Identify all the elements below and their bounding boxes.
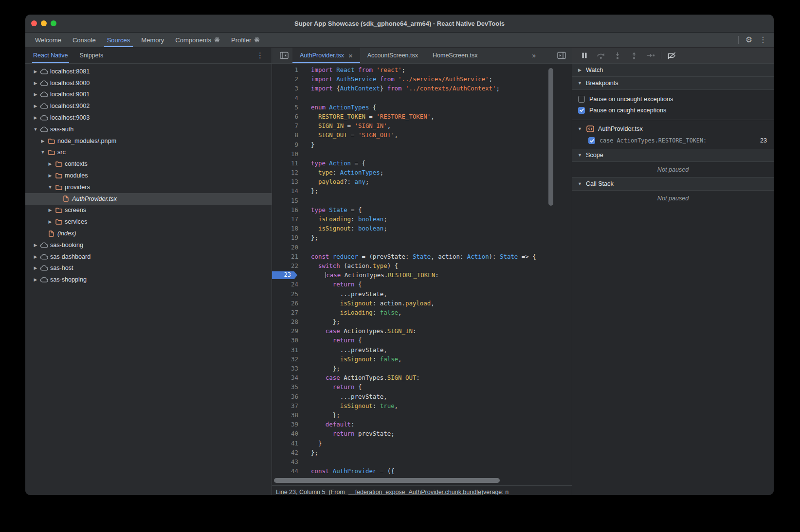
code-line[interactable]: 3import {AuthContext} from '../contexts/…	[272, 84, 572, 93]
tree-item-sas-shopping[interactable]: ▶sas-shopping	[25, 274, 272, 285]
code-line[interactable]: 11type Action = {	[272, 159, 572, 168]
code-line[interactable]: 27 isLoading: false,	[272, 308, 572, 317]
tree-item-localhost-9001[interactable]: ▶localhost:9001	[25, 89, 272, 101]
step-button[interactable]	[644, 50, 657, 61]
main-tab-memory[interactable]: Memory	[137, 33, 168, 47]
chevron-right-icon[interactable]: ▶	[32, 254, 39, 259]
line-number[interactable]: 31	[272, 345, 305, 355]
line-number[interactable]: 10	[272, 149, 305, 159]
tree-item--index-[interactable]: (index)	[25, 228, 272, 239]
code-line[interactable]: 4	[272, 93, 572, 103]
step-over-button[interactable]	[595, 50, 607, 61]
code-line[interactable]: 2import AuthService from '../services/Au…	[272, 74, 572, 84]
code-line[interactable]: 34 case ActionTypes.SIGN_OUT:	[272, 373, 572, 382]
scope-section-header[interactable]: ▼ Scope	[572, 149, 774, 162]
code-line[interactable]: 19};	[272, 233, 572, 242]
code-editor[interactable]: 1import React from 'react';2import AuthS…	[272, 64, 572, 477]
line-number[interactable]: 2	[272, 74, 305, 84]
code-line[interactable]: 5enum ActionTypes {	[272, 103, 572, 112]
code-line[interactable]: 44const AuthProvider = ({	[272, 466, 572, 476]
settings-gear-icon[interactable]: ⚙	[745, 36, 752, 44]
pause-caught-checkbox[interactable]	[578, 107, 585, 114]
code-line[interactable]: 40 return prevState;	[272, 429, 572, 438]
line-number[interactable]: 26	[272, 299, 305, 308]
line-number[interactable]: 19	[272, 233, 305, 242]
line-number[interactable]: 33	[272, 364, 305, 373]
code-line[interactable]: 15	[272, 196, 572, 205]
code-line[interactable]: 10	[272, 149, 572, 159]
code-line[interactable]: 13 payload?: any;	[272, 177, 572, 186]
more-tabs-chevron[interactable]: »	[532, 48, 553, 63]
tree-item-localhost-9003[interactable]: ▶localhost:9003	[25, 112, 272, 124]
tree-item-services[interactable]: ▶services	[25, 216, 272, 228]
watch-section-header[interactable]: ▶ Watch	[572, 64, 774, 77]
pause-uncaught-exceptions-row[interactable]: Pause on uncaught exceptions	[572, 93, 774, 105]
close-window-button[interactable]	[31, 20, 37, 26]
code-line[interactable]: 20	[272, 243, 572, 252]
chevron-down-icon[interactable]: ▼	[39, 150, 46, 155]
code-line[interactable]: 32 isSignout: false,	[272, 355, 572, 364]
tree-item-sas-auth[interactable]: ▼sas-auth	[25, 124, 272, 135]
toggle-debugger-sidebar-icon[interactable]	[553, 48, 572, 63]
code-line[interactable]: 7 SIGN_IN = 'SIGN_IN',	[272, 121, 572, 130]
tree-item-node-modules-pnpm[interactable]: ▶node_modules/.pnpm	[25, 135, 272, 147]
code-line[interactable]: 22 switch (action.type) {	[272, 261, 572, 270]
code-line[interactable]: 12 type: ActionTypes;	[272, 168, 572, 177]
code-line[interactable]: 33 };	[272, 364, 572, 373]
execution-line-marker[interactable]: 23	[272, 271, 297, 280]
tree-item-localhost-9000[interactable]: ▶localhost:9000	[25, 77, 272, 89]
tree-item-sas-dashboard[interactable]: ▶sas-dashboard	[25, 251, 272, 263]
code-line[interactable]: 29 case ActionTypes.SIGN_IN:	[272, 326, 572, 336]
line-number[interactable]: 15	[272, 196, 305, 205]
line-number[interactable]: 9	[272, 140, 305, 149]
source-bundle-link[interactable]: __federation_expose_AuthProvider.chunk.b…	[348, 489, 481, 495]
navigator-kebab-menu-icon[interactable]: ⋮	[256, 48, 272, 63]
tree-item-localhost-9002[interactable]: ▶localhost:9002	[25, 100, 272, 112]
code-line[interactable]: 17 isLoading: boolean;	[272, 214, 572, 224]
chevron-right-icon[interactable]: ▶	[47, 161, 54, 166]
callstack-section-header[interactable]: ▼ Call Stack	[572, 177, 774, 191]
chevron-down-icon[interactable]: ▼	[32, 127, 39, 132]
main-tab-console[interactable]: Console	[69, 33, 100, 47]
code-line[interactable]: 24 return {	[272, 280, 572, 289]
line-number[interactable]: 11	[272, 159, 305, 168]
code-line[interactable]: 14};	[272, 186, 572, 195]
code-line[interactable]: 42};	[272, 448, 572, 457]
code-line[interactable]: 41 }	[272, 439, 572, 448]
code-line[interactable]: 38 };	[272, 410, 572, 420]
code-line[interactable]: 26 isSignout: action.payload,	[272, 299, 572, 308]
tree-item-sas-booking[interactable]: ▶sas-booking	[25, 239, 272, 251]
line-number[interactable]: 4	[272, 93, 305, 103]
line-number[interactable]: 20	[272, 243, 305, 252]
line-number[interactable]: 21	[272, 252, 305, 261]
breakpoints-section-header[interactable]: ▼ Breakpoints	[572, 77, 774, 90]
step-out-button[interactable]	[628, 50, 640, 61]
toggle-navigator-icon[interactable]	[276, 48, 292, 63]
line-number[interactable]: 39	[272, 420, 305, 429]
code-line[interactable]: 2323 case ActionTypes.RESTORE_TOKEN:	[272, 270, 572, 280]
tree-item-modules[interactable]: ▶modules	[25, 170, 272, 181]
line-number[interactable]: 7	[272, 121, 305, 130]
line-number[interactable]: 18	[272, 224, 305, 233]
line-number[interactable]: 29	[272, 326, 305, 336]
chevron-right-icon[interactable]: ▶	[32, 92, 39, 97]
line-number[interactable]: 43	[272, 457, 305, 466]
line-number[interactable]: 12	[272, 168, 305, 177]
pause-uncaught-checkbox[interactable]	[578, 96, 585, 103]
editor-tab-homescreen-tsx[interactable]: HomeScreen.tsx	[425, 48, 485, 63]
chevron-right-icon[interactable]: ▶	[32, 277, 39, 282]
code-line[interactable]: 25 ...prevState,	[272, 289, 572, 299]
minimize-window-button[interactable]	[41, 20, 47, 26]
code-line[interactable]: 28 };	[272, 317, 572, 326]
line-number[interactable]: 41	[272, 439, 305, 448]
pause-caught-exceptions-row[interactable]: Pause on caught exceptions	[572, 105, 774, 116]
line-number[interactable]: 16	[272, 205, 305, 214]
chevron-right-icon[interactable]: ▶	[47, 219, 54, 224]
chevron-right-icon[interactable]: ▶	[32, 69, 39, 74]
chevron-right-icon[interactable]: ▶	[32, 266, 39, 270]
editor-horizontal-scrollbar[interactable]	[274, 478, 500, 483]
code-line[interactable]: 37 isSignout: true,	[272, 401, 572, 410]
main-tab-profiler[interactable]: Profiler	[227, 33, 264, 47]
tree-item-contexts[interactable]: ▶contexts	[25, 158, 272, 170]
line-number[interactable]: 3	[272, 84, 305, 93]
